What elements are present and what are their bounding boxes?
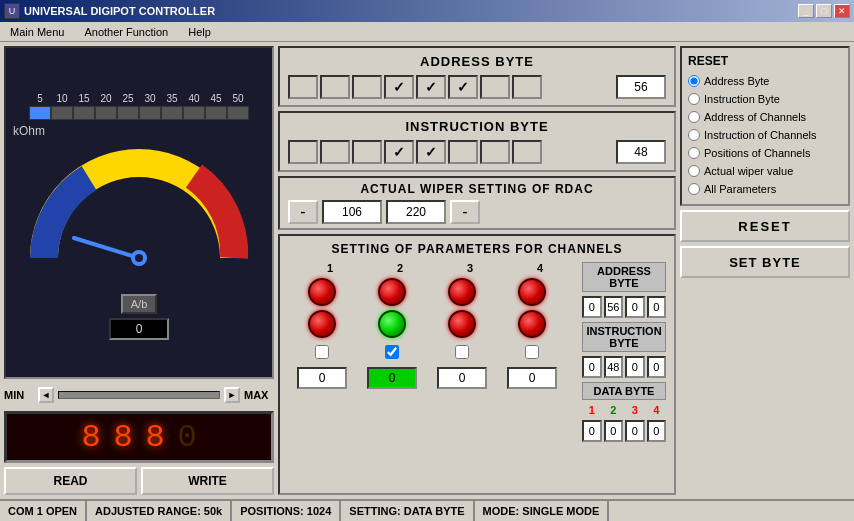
instr-bit-0[interactable] [288,140,318,164]
close-button[interactable]: ✕ [834,4,850,18]
tick-7[interactable] [183,106,205,120]
tick-4[interactable] [117,106,139,120]
addr-bit-5[interactable] [448,75,478,99]
ch-instr-vals: 0 48 0 0 [582,356,666,378]
ch3-led2[interactable] [448,310,476,338]
radio-instr-ch-input[interactable] [688,129,700,141]
ch1-led1[interactable] [308,278,336,306]
window-controls: _ □ ✕ [798,4,850,18]
ch4-led1[interactable] [518,278,546,306]
gauge-container: kOhm [29,124,249,290]
scale-10: 10 [51,93,73,104]
scale-30: 30 [139,93,161,104]
wiper-panel: ACTUAL WIPER SETTING OF RDAC - 106 220 - [278,176,676,230]
wiper-minus2-btn[interactable]: - [450,200,480,224]
wiper-minus1-btn[interactable]: - [288,200,318,224]
set-byte-button[interactable]: SET BYTE [680,246,850,278]
tick-6[interactable] [161,106,183,120]
ch4-check[interactable] [498,342,566,362]
ch3-led1[interactable] [448,278,476,306]
radio-pos-channels[interactable]: Positions of Channels [688,144,842,162]
instr-bit-7[interactable] [512,140,542,164]
slider-track[interactable] [58,391,220,399]
instr-bit-3[interactable] [384,140,414,164]
radio-addr-channels[interactable]: Address of Channels [688,108,842,126]
radio-addr-input[interactable] [688,75,700,87]
ch1-check[interactable] [288,342,356,362]
addr-bit-4[interactable] [416,75,446,99]
radio-all-params[interactable]: All Parameters [688,180,842,198]
ch-led-row1 [288,278,574,306]
scale-25: 25 [117,93,139,104]
radio-addr-ch-input[interactable] [688,111,700,123]
radio-address-byte[interactable]: Address Byte [688,72,842,90]
scale-35: 35 [161,93,183,104]
instr-bit-1[interactable] [320,140,350,164]
addr-bit-2[interactable] [352,75,382,99]
svg-point-4 [135,254,143,262]
ch3-val-box: 0 [437,367,487,389]
radio-all-input[interactable] [688,183,700,195]
menu-help[interactable]: Help [182,24,217,40]
radio-instr-byte[interactable]: Instruction Byte [688,90,842,108]
ch3-checkbox[interactable] [455,345,469,359]
ch2-checkbox[interactable] [385,345,399,359]
ch1-led2[interactable] [308,310,336,338]
channels-panel: SETTING OF PARAMETERS FOR CHANNELS 1 2 3… [278,234,676,495]
instr-bit-5[interactable] [448,140,478,164]
minimize-button[interactable]: _ [798,4,814,18]
addr-bit-1[interactable] [320,75,350,99]
ch4-checkbox[interactable] [525,345,539,359]
ch2-led2[interactable] [378,310,406,338]
read-button[interactable]: READ [4,467,137,495]
gauge-panel: 5 10 15 20 25 30 35 40 45 50 [4,46,274,379]
radio-actual-wiper[interactable]: Actual wiper value [688,162,842,180]
tick-8[interactable] [205,106,227,120]
reset-group: RESET Address Byte Instruction Byte Addr… [680,46,850,206]
seg-digit-2: 8 [141,419,169,456]
instr-bit-4[interactable] [416,140,446,164]
ch-num-3: 3 [436,262,504,274]
ch2-check[interactable] [358,342,426,362]
addr-bit-0[interactable] [288,75,318,99]
maximize-button[interactable]: □ [816,4,832,18]
ch3-check[interactable] [428,342,496,362]
channel-numbers: 1 2 3 4 [288,262,574,274]
slider-left-btn[interactable]: ◄ [38,387,54,403]
slider-right-btn[interactable]: ► [224,387,240,403]
ch2-led1[interactable] [378,278,406,306]
radio-instr-channels[interactable]: Instruction of Channels [688,126,842,144]
ch1-checkbox[interactable] [315,345,329,359]
addr-bit-7[interactable] [512,75,542,99]
addr-bit-6[interactable] [480,75,510,99]
seg-digit-1: 8 [109,419,137,456]
tick-5[interactable] [139,106,161,120]
ch-led-row2 [288,310,574,338]
write-button[interactable]: WRITE [141,467,274,495]
seg-digit-3: 0 [173,419,201,456]
tick-2[interactable] [73,106,95,120]
tick-3[interactable] [95,106,117,120]
menu-main[interactable]: Main Menu [4,24,70,40]
reset-group-title: RESET [688,54,842,68]
instr-bit-6[interactable] [480,140,510,164]
channels-layout: 1 2 3 4 [288,262,666,442]
ch4-val: 0 [498,366,566,390]
reset-button[interactable]: RESET [680,210,850,242]
radio-pos-ch-input[interactable] [688,147,700,159]
ch-addr-0: 0 [582,296,602,318]
tick-1[interactable] [51,106,73,120]
instr-bit-2[interactable] [352,140,382,164]
ch4-led2[interactable] [518,310,546,338]
tick-0[interactable] [29,106,51,120]
ch-num-1: 1 [296,262,364,274]
addr-bit-3[interactable] [384,75,414,99]
ab-button[interactable]: A/b [121,294,158,314]
app-icon: U [4,3,20,19]
scale-5: 5 [29,93,51,104]
radio-instr-input[interactable] [688,93,700,105]
tick-9[interactable] [227,106,249,120]
channels-left: 1 2 3 4 [288,262,574,442]
radio-wiper-input[interactable] [688,165,700,177]
menu-another[interactable]: Another Function [78,24,174,40]
